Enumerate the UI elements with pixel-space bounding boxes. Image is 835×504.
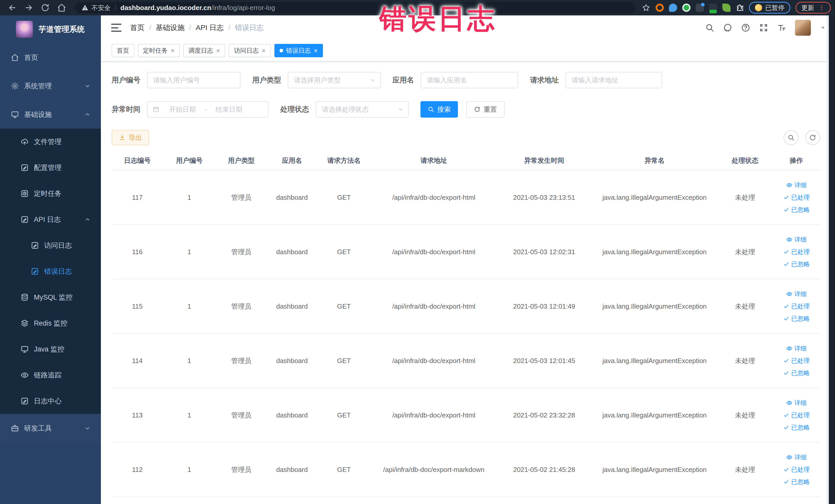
sidebar-item-链路追踪[interactable]: 链路追踪 xyxy=(0,362,101,388)
process-status-select[interactable] xyxy=(316,101,409,118)
profile-paused-badge[interactable]: 已暂停 xyxy=(749,2,790,14)
screen: 不安全 dashboard.yudao.iocoder.cn /infra/lo… xyxy=(0,0,835,504)
action-label: 已处理 xyxy=(791,193,810,202)
breadcrumb-item[interactable]: 基础设施 xyxy=(156,23,185,33)
mark-processed-link[interactable]: 已处理 xyxy=(783,248,810,256)
check-icon xyxy=(783,261,789,267)
detail-link[interactable]: 详细 xyxy=(786,399,807,407)
date-range-picker[interactable]: - xyxy=(147,101,268,118)
action-label: 已处理 xyxy=(791,411,810,419)
check-icon xyxy=(783,466,789,473)
close-tab-icon[interactable]: × xyxy=(216,47,220,54)
tab-调度日志[interactable]: 调度日志× xyxy=(183,44,225,57)
forward-icon[interactable] xyxy=(24,3,33,12)
home-icon[interactable] xyxy=(57,3,66,12)
action-label: 详细 xyxy=(794,453,807,461)
close-tab-icon[interactable]: × xyxy=(171,47,175,54)
sidebar-item-API 日志[interactable]: API 日志 xyxy=(0,206,101,233)
column-header: 用户类型 xyxy=(216,156,267,165)
app-name-input[interactable] xyxy=(421,72,518,88)
mark-processed-link[interactable]: 已处理 xyxy=(783,193,810,202)
cell-actions: 详细已处理已忽略 xyxy=(773,453,820,486)
user-id-input[interactable] xyxy=(147,72,241,88)
extension-orange-icon[interactable] xyxy=(656,4,664,12)
sidebar-item-定时任务[interactable]: 定时任务 xyxy=(0,181,101,206)
sidebar-item-研发工具[interactable]: 研发工具 xyxy=(0,414,101,442)
show-search-button[interactable] xyxy=(784,130,798,145)
github-icon[interactable] xyxy=(723,23,732,32)
sidebar-item-首页[interactable]: 首页 xyxy=(0,43,101,72)
tab-首页[interactable]: 首页 xyxy=(111,44,134,57)
action-label: 已处理 xyxy=(791,302,810,310)
user-id-label: 用户编号 xyxy=(111,75,140,85)
breadcrumb-item[interactable]: 首页 xyxy=(130,23,144,33)
search-icon[interactable] xyxy=(705,23,714,32)
mark-ignored-link[interactable]: 已忽略 xyxy=(783,315,810,323)
sidebar-item-Redis 监控[interactable]: Redis 监控 xyxy=(0,310,101,336)
sidebar-item-访问日志[interactable]: 访问日志 xyxy=(0,233,101,258)
tab-访问日志[interactable]: 访问日志× xyxy=(229,44,270,57)
extensions-puzzle-icon[interactable] xyxy=(736,4,744,12)
breadcrumb-item[interactable]: API 日志 xyxy=(196,23,224,33)
sidebar-item-label: Java 监控 xyxy=(34,345,64,354)
extension-blue-icon[interactable] xyxy=(669,4,677,12)
mark-processed-link[interactable]: 已处理 xyxy=(783,411,810,419)
reload-icon[interactable] xyxy=(41,3,50,12)
detail-link[interactable]: 详细 xyxy=(786,236,807,244)
bookmark-star-icon[interactable] xyxy=(642,3,650,12)
avatar[interactable] xyxy=(795,20,811,36)
extension-on-badge-icon[interactable] xyxy=(709,4,717,12)
extension-green-icon[interactable] xyxy=(682,4,691,12)
sidebar-item-Java 监控[interactable]: Java 监控 xyxy=(0,336,101,362)
mark-ignored-link[interactable]: 已忽略 xyxy=(783,369,810,377)
user-type-select[interactable] xyxy=(288,72,381,88)
detail-link[interactable]: 详细 xyxy=(786,181,807,189)
chevron-down-icon[interactable] xyxy=(820,24,826,31)
mark-ignored-link[interactable]: 已忽略 xyxy=(783,206,810,214)
sidebar-item-日志中心[interactable]: 日志中心 xyxy=(0,388,101,414)
browser-update-button[interactable]: 更新 xyxy=(795,2,831,14)
mark-ignored-link[interactable]: 已忽略 xyxy=(783,423,810,431)
sidebar-item-MySQL 监控[interactable]: MySQL 监控 xyxy=(0,284,101,310)
back-icon[interactable] xyxy=(8,3,17,12)
mark-ignored-link[interactable]: 已忽略 xyxy=(783,260,810,268)
extension-leaf-icon[interactable] xyxy=(722,4,731,12)
tab-错误日志[interactable]: 错误日志× xyxy=(274,44,323,57)
end-date-input[interactable] xyxy=(208,105,249,114)
scrollbar-track[interactable] xyxy=(827,15,829,504)
cell-method: GET xyxy=(317,466,371,474)
detail-link[interactable]: 详细 xyxy=(786,453,807,461)
detail-link[interactable]: 详细 xyxy=(786,290,807,298)
close-tab-icon[interactable]: × xyxy=(314,47,318,54)
fullscreen-icon[interactable] xyxy=(759,23,768,32)
reset-button[interactable]: 重置 xyxy=(466,101,505,118)
cell-url: /api/infra/db-doc/export-html xyxy=(371,302,497,310)
help-icon[interactable] xyxy=(741,23,750,32)
search-button[interactable]: 搜索 xyxy=(421,101,458,118)
start-date-input[interactable] xyxy=(162,105,203,114)
detail-link[interactable]: 详细 xyxy=(786,344,807,352)
chevron-up-icon xyxy=(84,216,91,223)
sidebar-item-配置管理[interactable]: 配置管理 xyxy=(0,155,101,181)
export-button[interactable]: 导出 xyxy=(111,130,149,145)
font-size-icon[interactable] xyxy=(777,23,786,32)
request-url-input[interactable] xyxy=(566,72,662,88)
cell-status: 未处理 xyxy=(717,356,773,365)
sidebar-item-文件管理[interactable]: 文件管理 xyxy=(0,129,101,155)
mark-processed-link[interactable]: 已处理 xyxy=(783,465,810,474)
extension-grid-icon[interactable] xyxy=(696,4,704,12)
mark-ignored-link[interactable]: 已忽略 xyxy=(783,478,810,486)
mark-processed-link[interactable]: 已处理 xyxy=(783,302,810,310)
browser-menu-icon[interactable] xyxy=(818,4,825,11)
sidebar-item-基础设施[interactable]: 基础设施 xyxy=(0,100,101,129)
app-logo[interactable]: 芋道管理系统 xyxy=(0,15,101,43)
refresh-table-button[interactable] xyxy=(805,130,820,145)
mark-processed-link[interactable]: 已处理 xyxy=(783,357,810,365)
tab-定时任务[interactable]: 定时任务× xyxy=(138,44,180,57)
url-bar[interactable]: 不安全 dashboard.yudao.iocoder.cn /infra/lo… xyxy=(75,2,635,13)
sidebar-item-系统管理[interactable]: 系统管理 xyxy=(0,72,101,100)
collapse-sidebar-icon[interactable] xyxy=(111,24,121,32)
close-tab-icon[interactable]: × xyxy=(262,47,265,54)
layers-icon xyxy=(21,319,29,327)
sidebar-item-错误日志[interactable]: 错误日志 xyxy=(0,258,101,284)
